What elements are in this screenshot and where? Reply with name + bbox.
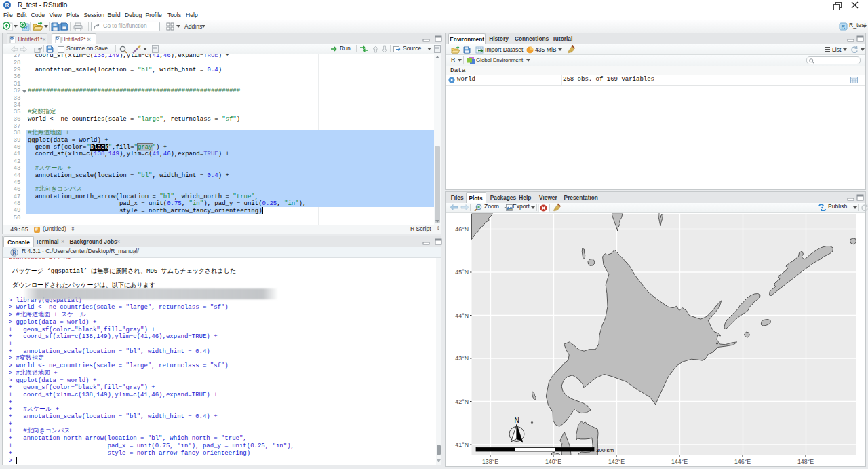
svg-text:44°N: 44°N <box>455 312 469 318</box>
svg-text:45°N: 45°N <box>455 269 469 276</box>
svg-text:R: R <box>12 249 17 256</box>
svg-text:138°E: 138°E <box>482 457 498 464</box>
svg-text:42°N: 42°N <box>455 398 469 405</box>
svg-text:43°N: 43°N <box>455 355 469 362</box>
svg-text:41°N: 41°N <box>455 441 469 448</box>
svg-text:144°E: 144°E <box>671 457 688 464</box>
svg-text:142°E: 142°E <box>608 457 625 464</box>
svg-text:146°E: 146°E <box>734 457 751 464</box>
svg-text:140°E: 140°E <box>545 457 561 464</box>
svg-text:46°N: 46°N <box>455 225 469 232</box>
svg-text:N: N <box>514 417 519 424</box>
svg-text:148°E: 148°E <box>797 457 814 464</box>
svg-text:R: R <box>842 24 846 30</box>
svg-text:300 km: 300 km <box>596 447 614 453</box>
